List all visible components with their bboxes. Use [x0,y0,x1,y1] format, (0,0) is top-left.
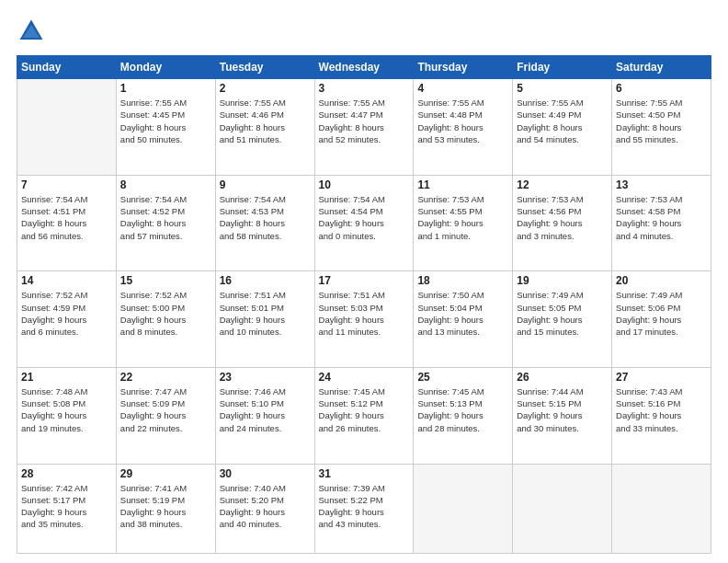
day-info: Sunrise: 7:48 AM Sunset: 5:08 PM Dayligh… [21,385,112,434]
day-number: 31 [319,467,410,480]
day-cell: 31Sunrise: 7:39 AM Sunset: 5:22 PM Dayli… [314,464,414,554]
day-cell: 4Sunrise: 7:55 AM Sunset: 4:48 PM Daylig… [414,79,513,176]
week-row: 7Sunrise: 7:54 AM Sunset: 4:51 PM Daylig… [17,175,711,271]
day-number: 24 [319,371,410,384]
day-number: 13 [616,178,707,191]
day-number: 5 [517,82,608,95]
weekday-header: Thursday [414,56,513,79]
weekday-header: Friday [513,56,612,79]
day-number: 6 [616,82,707,95]
weekday-header: Wednesday [314,56,414,79]
day-info: Sunrise: 7:42 AM Sunset: 5:17 PM Dayligh… [21,482,112,531]
day-cell: 16Sunrise: 7:51 AM Sunset: 5:01 PM Dayli… [215,271,314,368]
day-info: Sunrise: 7:55 AM Sunset: 4:50 PM Dayligh… [616,97,707,145]
weekday-header: Sunday [17,56,117,79]
day-number: 1 [120,82,211,95]
header-row: SundayMondayTuesdayWednesdayThursdayFrid… [17,56,711,79]
day-info: Sunrise: 7:44 AM Sunset: 5:15 PM Dayligh… [517,385,608,434]
day-number: 20 [616,274,707,287]
logo-icon [17,17,46,46]
day-cell: 20Sunrise: 7:49 AM Sunset: 5:06 PM Dayli… [612,271,711,368]
day-info: Sunrise: 7:41 AM Sunset: 5:19 PM Dayligh… [120,482,211,531]
day-number: 16 [220,274,311,287]
week-row: 21Sunrise: 7:48 AM Sunset: 5:08 PM Dayli… [17,367,711,464]
day-cell: 13Sunrise: 7:53 AM Sunset: 4:58 PM Dayli… [612,175,711,271]
day-cell [612,464,711,554]
day-number: 30 [220,467,311,480]
day-cell: 28Sunrise: 7:42 AM Sunset: 5:17 PM Dayli… [17,464,117,554]
day-number: 23 [220,371,311,384]
day-info: Sunrise: 7:43 AM Sunset: 5:16 PM Dayligh… [616,385,707,434]
day-info: Sunrise: 7:51 AM Sunset: 5:01 PM Dayligh… [220,289,311,338]
day-cell: 27Sunrise: 7:43 AM Sunset: 5:16 PM Dayli… [612,367,711,464]
day-number: 17 [319,274,410,287]
day-info: Sunrise: 7:39 AM Sunset: 5:22 PM Dayligh… [319,482,410,531]
day-cell: 10Sunrise: 7:54 AM Sunset: 4:54 PM Dayli… [314,175,414,271]
day-info: Sunrise: 7:47 AM Sunset: 5:09 PM Dayligh… [120,385,211,434]
day-info: Sunrise: 7:53 AM Sunset: 4:55 PM Dayligh… [417,193,508,242]
logo [17,17,50,46]
day-number: 18 [417,274,508,287]
day-number: 11 [417,178,508,191]
day-info: Sunrise: 7:46 AM Sunset: 5:10 PM Dayligh… [220,385,311,434]
day-info: Sunrise: 7:52 AM Sunset: 5:00 PM Dayligh… [120,289,211,338]
day-info: Sunrise: 7:51 AM Sunset: 5:03 PM Dayligh… [319,289,410,338]
day-info: Sunrise: 7:54 AM Sunset: 4:51 PM Dayligh… [21,193,112,242]
weekday-header: Saturday [612,56,711,79]
day-cell: 1Sunrise: 7:55 AM Sunset: 4:45 PM Daylig… [116,79,215,176]
day-cell: 15Sunrise: 7:52 AM Sunset: 5:00 PM Dayli… [116,271,215,368]
day-cell [414,464,513,554]
day-number: 26 [517,371,608,384]
day-info: Sunrise: 7:54 AM Sunset: 4:53 PM Dayligh… [220,193,311,242]
day-cell: 12Sunrise: 7:53 AM Sunset: 4:56 PM Dayli… [513,175,612,271]
day-cell: 18Sunrise: 7:50 AM Sunset: 5:04 PM Dayli… [414,271,513,368]
day-number: 28 [21,467,112,480]
day-cell: 7Sunrise: 7:54 AM Sunset: 4:51 PM Daylig… [17,175,117,271]
week-row: 1Sunrise: 7:55 AM Sunset: 4:45 PM Daylig… [17,79,711,176]
day-info: Sunrise: 7:45 AM Sunset: 5:13 PM Dayligh… [417,385,508,434]
day-number: 3 [319,82,410,95]
day-info: Sunrise: 7:55 AM Sunset: 4:48 PM Dayligh… [417,97,508,145]
day-cell: 6Sunrise: 7:55 AM Sunset: 4:50 PM Daylig… [612,79,711,176]
day-cell: 29Sunrise: 7:41 AM Sunset: 5:19 PM Dayli… [116,464,215,554]
day-cell [17,79,117,176]
day-cell: 22Sunrise: 7:47 AM Sunset: 5:09 PM Dayli… [116,367,215,464]
weekday-header: Monday [116,56,215,79]
day-info: Sunrise: 7:50 AM Sunset: 5:04 PM Dayligh… [417,289,508,338]
day-cell: 25Sunrise: 7:45 AM Sunset: 5:13 PM Dayli… [414,367,513,464]
day-number: 14 [21,274,112,287]
day-number: 12 [517,178,608,191]
day-info: Sunrise: 7:55 AM Sunset: 4:45 PM Dayligh… [120,97,211,145]
day-cell: 24Sunrise: 7:45 AM Sunset: 5:12 PM Dayli… [314,367,414,464]
day-info: Sunrise: 7:49 AM Sunset: 5:06 PM Dayligh… [616,289,707,338]
day-number: 9 [220,178,311,191]
page: SundayMondayTuesdayWednesdayThursdayFrid… [0,0,728,563]
day-info: Sunrise: 7:49 AM Sunset: 5:05 PM Dayligh… [517,289,608,338]
calendar-table: SundayMondayTuesdayWednesdayThursdayFrid… [17,55,711,554]
day-number: 7 [21,178,112,191]
day-cell: 26Sunrise: 7:44 AM Sunset: 5:15 PM Dayli… [513,367,612,464]
day-number: 22 [120,371,211,384]
day-cell: 5Sunrise: 7:55 AM Sunset: 4:49 PM Daylig… [513,79,612,176]
day-cell: 19Sunrise: 7:49 AM Sunset: 5:05 PM Dayli… [513,271,612,368]
day-cell: 14Sunrise: 7:52 AM Sunset: 4:59 PM Dayli… [17,271,117,368]
day-number: 29 [120,467,211,480]
day-cell: 21Sunrise: 7:48 AM Sunset: 5:08 PM Dayli… [17,367,117,464]
day-number: 8 [120,178,211,191]
weekday-header: Tuesday [215,56,314,79]
day-info: Sunrise: 7:55 AM Sunset: 4:47 PM Dayligh… [319,97,410,145]
day-info: Sunrise: 7:52 AM Sunset: 4:59 PM Dayligh… [21,289,112,338]
day-cell: 30Sunrise: 7:40 AM Sunset: 5:20 PM Dayli… [215,464,314,554]
day-cell: 8Sunrise: 7:54 AM Sunset: 4:52 PM Daylig… [116,175,215,271]
day-info: Sunrise: 7:53 AM Sunset: 4:58 PM Dayligh… [616,193,707,242]
day-cell: 23Sunrise: 7:46 AM Sunset: 5:10 PM Dayli… [215,367,314,464]
day-number: 19 [517,274,608,287]
day-number: 25 [417,371,508,384]
day-cell: 2Sunrise: 7:55 AM Sunset: 4:46 PM Daylig… [215,79,314,176]
day-number: 21 [21,371,112,384]
day-cell: 3Sunrise: 7:55 AM Sunset: 4:47 PM Daylig… [314,79,414,176]
day-info: Sunrise: 7:54 AM Sunset: 4:52 PM Dayligh… [120,193,211,242]
header [17,17,711,46]
day-info: Sunrise: 7:45 AM Sunset: 5:12 PM Dayligh… [319,385,410,434]
day-info: Sunrise: 7:53 AM Sunset: 4:56 PM Dayligh… [517,193,608,242]
